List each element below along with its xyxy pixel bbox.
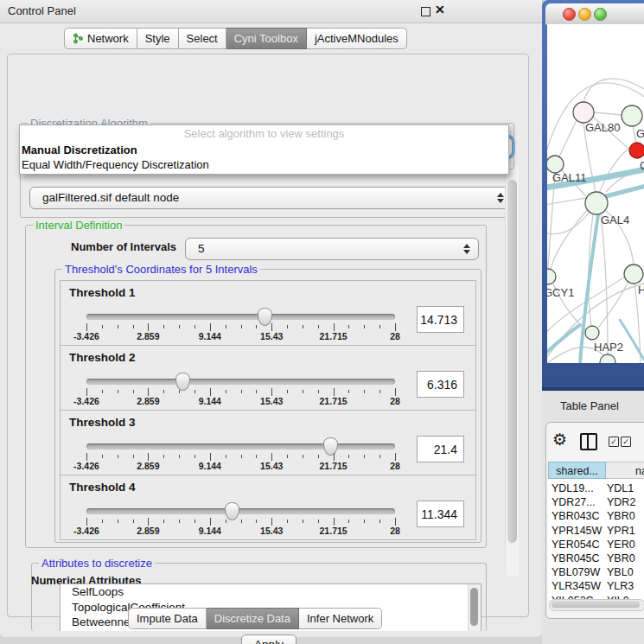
tick-mark <box>133 520 134 523</box>
tick-mark <box>241 390 242 393</box>
tick-mark <box>179 325 180 328</box>
table-row[interactable]: YLR345WYLR3 <box>548 579 644 593</box>
tick-mark <box>133 455 134 458</box>
tab-jactivemnodules[interactable]: jActiveMNodules <box>307 28 407 49</box>
tick-mark <box>210 518 211 526</box>
table-row[interactable]: YPR145WYPR1 <box>548 524 644 538</box>
tick-mark <box>86 323 87 331</box>
list-scrollbar-thumb[interactable] <box>470 588 478 626</box>
tick-mark <box>102 390 103 393</box>
table-horizontal-scrollbar[interactable] <box>549 599 644 611</box>
split-columns-icon[interactable] <box>580 433 597 450</box>
scale-label: 2.859 <box>128 331 168 341</box>
threshold-value-field[interactable]: 6.316 <box>417 371 464 398</box>
table-row[interactable]: YDR27...YDR2 <box>548 495 644 509</box>
tick-mark <box>102 455 103 458</box>
node-red-selected[interactable] <box>629 143 644 158</box>
tab-style[interactable]: Style <box>137 28 179 49</box>
tab-label: Infer Network <box>307 609 373 628</box>
node-gal11[interactable] <box>547 156 564 173</box>
tab-infer-network[interactable]: Infer Network <box>299 608 382 629</box>
scale-label: 2.859 <box>128 396 168 406</box>
node-label: HAP2 <box>594 341 623 354</box>
tab-network[interactable]: Network <box>64 28 137 49</box>
node-gal4[interactable] <box>585 192 608 214</box>
slider-track[interactable] <box>86 314 395 320</box>
tick-mark <box>118 325 118 328</box>
slider-track[interactable] <box>86 443 395 450</box>
node-hap2[interactable] <box>585 326 599 340</box>
slider-scale-labels: -3.4262.8599.14415.4321.71528 <box>86 461 395 471</box>
tab-impute-data[interactable]: Impute Data <box>128 608 207 629</box>
table-data-combobox[interactable]: galFiltered.sif default node <box>29 187 513 209</box>
close-icon[interactable]: ✕ <box>435 3 445 16</box>
list-scrollbar[interactable] <box>468 584 481 631</box>
node-partial-bottom[interactable] <box>600 354 615 363</box>
threshold-label: Threshold 4 <box>69 481 136 494</box>
threshold-value-field[interactable]: 14.713 <box>417 306 464 333</box>
table-row[interactable]: YBL079WYBL0 <box>548 565 644 579</box>
threshold-value-field[interactable]: 11.344 <box>417 501 464 527</box>
column-header-name[interactable]: na <box>606 462 644 479</box>
tab-label: Impute Data <box>137 609 198 628</box>
dropdown-option-equal-width-frequency[interactable]: Equal Width/Frequency Discretization <box>20 157 508 172</box>
tick-mark <box>256 455 257 458</box>
dropdown-option-manual-discretization[interactable]: Manual Discretization <box>20 143 508 157</box>
slider-track[interactable] <box>86 379 395 385</box>
table-row[interactable]: YER054CYER0 <box>548 538 644 552</box>
float-window-icon[interactable] <box>421 7 430 16</box>
table-row[interactable]: YBR043CYBR0 <box>548 509 644 523</box>
algorithm-dropdown-popup: Select algorithm to view settings Manual… <box>19 124 509 175</box>
list-item[interactable]: SelfLoops <box>61 584 481 600</box>
number-of-intervals-combobox[interactable]: 5 <box>185 238 479 260</box>
close-window-icon[interactable] <box>563 8 576 21</box>
gear-icon[interactable]: ⚙ <box>552 430 567 450</box>
tab-discretize-data[interactable]: Discretize Data <box>207 608 299 629</box>
node-label: GAL4 <box>601 214 629 226</box>
scale-label: 15.43 <box>252 526 291 536</box>
scrollbar-thumb[interactable] <box>552 601 640 608</box>
table-row[interactable]: YBR045CYBR0 <box>548 552 644 565</box>
node-gal80[interactable] <box>573 102 594 123</box>
combobox-arrows-icon <box>463 244 470 254</box>
tab-select[interactable]: Select <box>179 28 226 49</box>
settings-scrollbar-thumb[interactable] <box>507 180 517 543</box>
scale-label: 9.144 <box>190 461 230 471</box>
tick-mark <box>102 325 103 328</box>
scale-label: 28 <box>375 331 415 341</box>
node-partial-top-right[interactable] <box>622 105 642 126</box>
zoom-window-icon[interactable] <box>594 8 607 21</box>
node-partial-right[interactable] <box>624 265 643 284</box>
threshold-value-field[interactable]: 21.4 <box>417 436 464 462</box>
tick-mark <box>379 325 380 328</box>
tick-mark <box>271 388 272 396</box>
column-header-shared-name[interactable]: shared... <box>548 462 606 479</box>
minimize-window-icon[interactable] <box>578 8 591 21</box>
tick-mark <box>118 455 118 458</box>
threshold-4-panel: Threshold 4 -3.4262.8599.14415.4321.7152… <box>60 475 476 540</box>
scale-label: 21.715 <box>314 526 354 536</box>
settings-scrollbar[interactable] <box>505 166 519 576</box>
top-tab-bar: Network Style Select Cyni Toolbox jActiv… <box>64 28 407 49</box>
table-row[interactable]: YDL19...YDL1 <box>548 481 644 495</box>
network-canvas[interactable]: GAL80 GA C GAL11 GAL4 GCY1 H HAP2 <box>547 24 644 363</box>
tick-mark <box>226 455 226 458</box>
checkbox-icon[interactable]: ✓ <box>609 437 619 447</box>
cell-name: YPR1 <box>607 524 635 538</box>
scale-label: 28 <box>375 396 415 406</box>
tick-mark <box>395 388 396 396</box>
tick-mark <box>163 520 164 523</box>
checkbox-icon[interactable]: ✓ <box>621 437 631 447</box>
tick-mark <box>271 453 272 461</box>
tick-mark <box>395 323 396 331</box>
cell-shared-name: YBL079W <box>552 565 600 579</box>
table-rows: YDL19...YDL1YDR27...YDR2YBR043CYBR0YPR14… <box>548 481 644 600</box>
slider-track[interactable] <box>86 508 395 514</box>
tick-mark <box>226 520 226 523</box>
tick-mark <box>163 455 164 458</box>
tab-cyni-toolbox[interactable]: Cyni Toolbox <box>226 28 307 49</box>
tick-mark <box>334 453 335 461</box>
node-gcy1[interactable] <box>547 269 556 284</box>
apply-button[interactable]: Apply <box>241 634 296 644</box>
scale-label: 15.43 <box>252 396 291 406</box>
